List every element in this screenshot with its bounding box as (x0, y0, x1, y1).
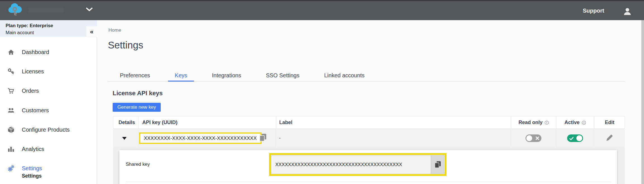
sidebar-item-label: Settings (22, 165, 42, 172)
redacted-company-name (28, 7, 64, 13)
read-only-cell (511, 129, 556, 148)
api-key-cell: XXXXXXXX-XXXX-XXXX-XXXX-XXXXXXXXXXXX (138, 129, 276, 148)
active-cell (556, 129, 594, 148)
tab-linked-accounts[interactable]: Linked accounts (318, 70, 371, 81)
sidebar-item-label: Licenses (22, 68, 44, 75)
sidebar-item-dashboard[interactable]: Dashboard (0, 46, 97, 58)
sidebar-item-label: Analytics (22, 146, 44, 152)
toggle-knob (576, 135, 582, 141)
card-divider (126, 181, 611, 182)
sidebar-item-label: Customers (22, 107, 49, 114)
sidebar-item-licenses[interactable]: Licenses (0, 66, 97, 77)
sidebar: Plan type: Enterprise Main account « Das… (0, 20, 97, 184)
edit-cell (594, 129, 625, 148)
key-details-card: Shared key XXXXXXXXXXXXXXXXXXXXXXXXXXXXX… (119, 150, 617, 184)
column-header-edit: Edit (594, 117, 625, 129)
column-header-active: Active (557, 117, 594, 129)
account-name-text: Main account (6, 29, 97, 36)
plan-info-box: Plan type: Enterprise Main account (0, 20, 97, 37)
column-header-details: Details (113, 117, 139, 129)
details-cell (113, 129, 138, 148)
cart-icon (7, 87, 15, 94)
info-icon[interactable] (582, 120, 586, 125)
sidebar-collapse-button[interactable]: « (86, 26, 97, 37)
top-navbar: Support (0, 0, 644, 20)
analytics-icon (7, 145, 15, 153)
customers-icon (7, 107, 15, 114)
sidebar-item-label: Orders (22, 88, 39, 94)
generate-new-key-button[interactable]: Generate new key (113, 103, 161, 112)
api-key-value-highlighted[interactable]: XXXXXXXX-XXXX-XXXX-XXXX-XXXXXXXXXXXX (139, 132, 262, 144)
label-cell: - (276, 129, 511, 148)
table-header-row: Details API key (UUID) Label Read only A… (113, 116, 625, 129)
sidebar-item-configure-products[interactable]: Configure Products (0, 124, 97, 135)
support-link[interactable]: Support (583, 0, 604, 20)
column-header-label: Label (276, 117, 511, 129)
shared-key-label: Shared key (126, 162, 150, 167)
user-account-icon[interactable] (623, 7, 632, 17)
info-icon[interactable] (544, 120, 549, 125)
key-icon (7, 68, 15, 75)
section-title: License API keys (113, 90, 163, 97)
breadcrumb[interactable]: Home (108, 27, 121, 33)
chevron-down-icon[interactable] (86, 8, 93, 13)
read-only-toggle[interactable] (525, 134, 541, 142)
x-icon (536, 136, 539, 141)
tab-integrations[interactable]: Integrations (205, 70, 248, 81)
tab-preferences[interactable]: Preferences (113, 70, 157, 81)
tab-bar: Preferences Keys Integrations SSO Settin… (108, 70, 625, 81)
column-header-read-only: Read only (511, 117, 557, 129)
sidebar-item-settings[interactable]: Settings (0, 163, 97, 174)
check-icon (569, 136, 574, 141)
plan-type-text: Plan type: Enterprise (6, 23, 97, 29)
tab-sso-settings[interactable]: SSO Settings (259, 70, 306, 81)
gears-icon (7, 165, 15, 172)
shared-key-highlighted-field: XXXXXXXXXXXXXXXXXXXXXXXXXXXXXXXXXXXXXXXX (269, 153, 446, 176)
toggle-knob (526, 135, 532, 141)
sidebar-subitem-settings[interactable]: Settings (22, 173, 42, 179)
column-header-api-key: API key (UUID) (139, 117, 276, 129)
copy-icon[interactable] (259, 133, 267, 143)
active-header-text: Active (564, 120, 579, 125)
app-window: Support Plan type: Enterprise Main accou… (0, 0, 644, 184)
box-icon (7, 126, 15, 133)
shared-key-input[interactable]: XXXXXXXXXXXXXXXXXXXXXXXXXXXXXXXXXXXXXXXX (271, 155, 444, 174)
api-key-table-row: XXXXXXXX-XXXX-XXXX-XXXX-XXXXXXXXXXXX - (113, 129, 625, 148)
active-toggle[interactable] (567, 134, 583, 142)
sidebar-item-label: Configure Products (22, 127, 70, 133)
edit-pencil-icon[interactable] (605, 134, 614, 143)
shared-key-copy-button[interactable] (431, 155, 444, 174)
api-keys-table: Details API key (UUID) Label Read only A… (113, 116, 625, 148)
row-expander-triangle-icon[interactable] (122, 137, 127, 140)
shared-key-value[interactable]: XXXXXXXXXXXXXXXXXXXXXXXXXXXXXXXXXXXXXXXX (271, 155, 431, 174)
tab-keys[interactable]: Keys (168, 70, 194, 81)
sidebar-item-orders[interactable]: Orders (0, 85, 97, 96)
cloud-key-logo-icon[interactable] (7, 3, 23, 18)
read-only-header-text: Read only (518, 120, 543, 125)
sidebar-item-analytics[interactable]: Analytics (0, 143, 97, 155)
page-title: Settings (108, 39, 143, 51)
sidebar-item-customers[interactable]: Customers (0, 105, 97, 116)
home-icon (7, 48, 15, 56)
sidebar-item-label: Dashboard (22, 49, 49, 55)
window-top-strip (0, 0, 644, 1)
vertical-scrollbar[interactable] (641, 20, 644, 184)
